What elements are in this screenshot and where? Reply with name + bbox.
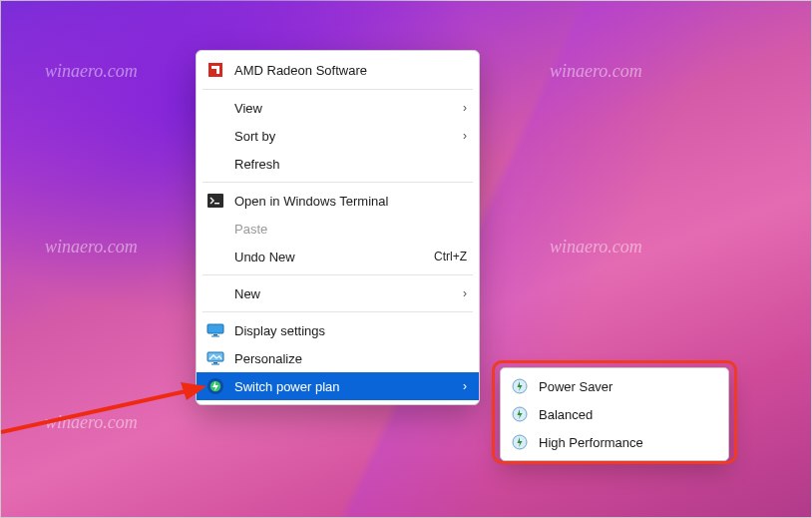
blank-icon — [204, 155, 226, 173]
blank-icon — [204, 284, 226, 302]
screenshot-frame: winaero.com winaero.com winaero.com wina… — [0, 0, 812, 518]
blank-icon — [204, 127, 226, 145]
menu-item-paste: Paste — [197, 215, 479, 243]
menu-label: View — [234, 101, 451, 116]
personalize-icon — [204, 349, 226, 367]
menu-separator — [203, 311, 473, 312]
menu-separator — [203, 274, 473, 275]
svg-rect-1 — [207, 194, 223, 208]
submenu-label: High Performance — [539, 435, 643, 450]
menu-label: Sort by — [234, 129, 451, 144]
blank-icon — [204, 99, 226, 117]
menu-item-personalize[interactable]: Personalize — [197, 344, 479, 372]
menu-item-switch-power-plan[interactable]: Switch power plan › — [197, 372, 479, 400]
chevron-right-icon: › — [451, 101, 467, 115]
svg-rect-3 — [207, 324, 223, 333]
svg-rect-2 — [214, 203, 219, 204]
menu-item-amd-radeon[interactable]: AMD Radeon Software — [197, 55, 479, 85]
menu-accelerator: Ctrl+Z — [422, 250, 467, 263]
blank-icon — [204, 220, 226, 238]
terminal-icon — [204, 192, 226, 210]
menu-label: Open in Windows Terminal — [234, 194, 467, 209]
amd-icon — [204, 61, 226, 79]
menu-separator — [203, 182, 473, 183]
menu-separator — [203, 89, 473, 90]
menu-item-sort-by[interactable]: Sort by › — [197, 122, 479, 150]
menu-label: Display settings — [234, 323, 467, 338]
desktop-context-menu: AMD Radeon Software View › Sort by › Ref… — [196, 50, 480, 405]
menu-label: Personalize — [234, 351, 467, 366]
svg-rect-0 — [208, 63, 222, 77]
submenu-item-power-saver[interactable]: Power Saver — [501, 372, 728, 400]
svg-rect-5 — [211, 336, 219, 337]
power-plan-option-icon — [509, 405, 531, 423]
menu-item-open-terminal[interactable]: Open in Windows Terminal — [197, 187, 479, 215]
menu-item-undo-new[interactable]: Undo New Ctrl+Z — [197, 243, 479, 270]
menu-item-display-settings[interactable]: Display settings — [197, 316, 479, 344]
submenu-item-balanced[interactable]: Balanced — [501, 400, 728, 428]
power-plan-option-icon — [509, 377, 531, 395]
blank-icon — [204, 248, 226, 265]
svg-rect-7 — [213, 362, 217, 364]
menu-label: Paste — [234, 222, 467, 237]
menu-label: Refresh — [234, 157, 467, 172]
chevron-right-icon: › — [451, 129, 467, 143]
submenu-label: Balanced — [539, 407, 593, 422]
svg-rect-4 — [213, 334, 217, 336]
menu-label: AMD Radeon Software — [234, 63, 467, 78]
submenu-item-high-performance[interactable]: High Performance — [501, 428, 728, 456]
svg-rect-8 — [211, 364, 219, 365]
display-icon — [204, 321, 226, 339]
menu-item-new[interactable]: New › — [197, 279, 479, 307]
menu-label: New — [234, 286, 451, 301]
chevron-right-icon: › — [451, 286, 467, 300]
power-plan-option-icon — [509, 433, 531, 451]
menu-label: Undo New — [234, 250, 422, 264]
menu-item-refresh[interactable]: Refresh — [197, 150, 479, 178]
chevron-right-icon: › — [451, 379, 467, 393]
power-plan-icon — [204, 377, 226, 395]
submenu-label: Power Saver — [539, 379, 612, 394]
menu-item-view[interactable]: View › — [197, 94, 479, 122]
power-plan-submenu: Power Saver Balanced High Performance — [500, 367, 729, 461]
menu-label: Switch power plan — [234, 379, 451, 394]
